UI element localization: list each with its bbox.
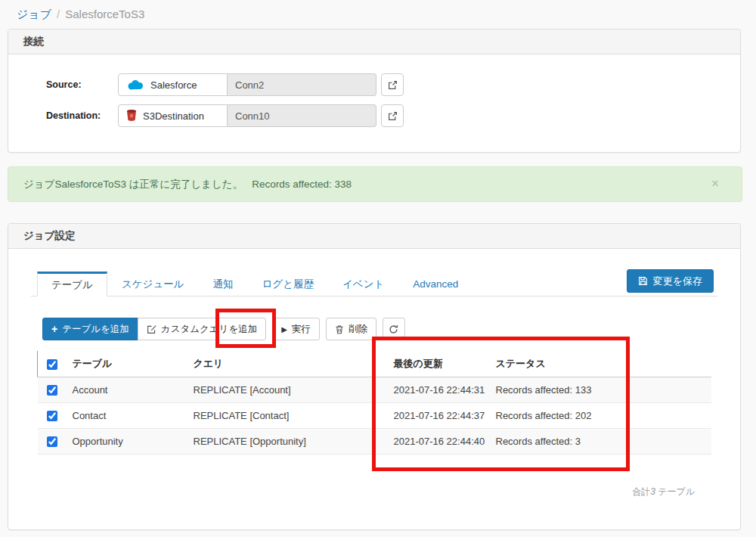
refresh-icon	[389, 324, 398, 334]
external-link-icon	[388, 80, 398, 90]
success-alert-text: ジョブSalesforceToS3 は正常に完了しました。Records aff…	[23, 167, 352, 201]
tables-table: テーブル クエリ 最後の更新 ステータス Account REPLICATE […	[37, 351, 711, 455]
destination-connection-input[interactable]	[228, 104, 376, 127]
tab-bar: テーブル スケジュール 通知 ログと履歴 イベント Advanced	[31, 271, 717, 296]
run-label: 実行	[292, 323, 311, 336]
destination-connection-group: S3Destination	[118, 104, 376, 127]
tab-logging[interactable]: ログと履歴	[248, 272, 328, 296]
tab-tables[interactable]: テーブル	[37, 272, 107, 296]
delete-label: 削除	[349, 323, 367, 336]
cell-last-update: 2021-07-16 22:44:40	[394, 429, 496, 455]
floppy-disk-icon	[638, 276, 648, 286]
tab-notify[interactable]: 通知	[199, 272, 248, 296]
cell-table-name: Opportunity	[73, 429, 194, 455]
total-suffix: テーブル	[655, 486, 695, 497]
source-connector-name: Salesforce	[150, 79, 197, 91]
col-header-last-update[interactable]: 最後の更新	[394, 351, 496, 377]
cell-last-update: 2021-07-16 22:44:37	[394, 403, 496, 429]
row-checkbox[interactable]	[47, 385, 57, 396]
success-alert-message: ジョブSalesforceToS3 は正常に完了しました。	[23, 178, 243, 190]
save-changes-label: 変更を保存	[653, 275, 702, 288]
col-header-table[interactable]: テーブル	[73, 351, 194, 377]
cell-query: REPLICATE [Opportunity]	[194, 429, 394, 455]
table-total-count: 合計3 テーブル	[632, 486, 695, 498]
breadcrumb-separator: /	[57, 8, 60, 20]
cell-status: Records affected: 133	[496, 377, 712, 403]
tab-advanced[interactable]: Advanced	[398, 272, 472, 296]
source-connection-group: Salesforce	[118, 73, 376, 96]
cell-last-update: 2021-07-16 22:44:31	[394, 377, 496, 403]
table-row[interactable]: Contact REPLICATE [Contact] 2021-07-16 2…	[38, 403, 712, 429]
destination-connection-row: Destination: S3Destination	[8, 104, 740, 127]
connection-panel: 接続 Source: Salesforce Destination:	[8, 29, 741, 153]
select-all-checkbox[interactable]	[47, 359, 57, 370]
cell-query: REPLICATE [Account]	[194, 377, 394, 403]
breadcrumb-jobs-link[interactable]: ジョブ	[17, 8, 51, 20]
success-alert-records: Records affected: 338	[252, 178, 352, 190]
tabs: テーブル スケジュール 通知 ログと履歴 イベント Advanced	[37, 272, 472, 296]
delete-button[interactable]: 削除	[326, 318, 376, 340]
table-header-row: テーブル クエリ 最後の更新 ステータス	[38, 351, 712, 377]
destination-connector-box: S3Destination	[118, 104, 228, 127]
source-connector-box: Salesforce	[118, 73, 228, 96]
salesforce-cloud-icon	[126, 79, 144, 91]
col-header-status[interactable]: ステータス	[496, 351, 712, 377]
breadcrumb-current: SalesforceToS3	[65, 8, 144, 20]
source-connection-input[interactable]	[228, 73, 376, 96]
source-open-connection-button[interactable]	[381, 73, 404, 96]
total-count: 3	[650, 486, 655, 497]
save-changes-button[interactable]: 変更を保存	[627, 269, 714, 293]
add-table-button[interactable]: + テーブルを追加	[42, 318, 138, 340]
refresh-button[interactable]	[383, 318, 405, 340]
alert-close-icon[interactable]: ×	[711, 177, 719, 190]
table-row[interactable]: Opportunity REPLICATE [Opportunity] 2021…	[38, 429, 712, 455]
add-custom-query-button[interactable]: カスタムクエリを追加	[138, 318, 266, 340]
pencil-square-icon	[147, 324, 156, 334]
row-checkbox[interactable]	[47, 436, 57, 447]
job-settings-panel: ジョブ設定 テーブル スケジュール 通知 ログと履歴 イベント Advanced…	[8, 223, 741, 530]
s3-bucket-icon	[126, 110, 137, 122]
col-header-query[interactable]: クエリ	[194, 351, 394, 377]
play-icon: ▶	[281, 325, 287, 334]
trash-icon	[335, 324, 344, 334]
cell-status: Records affected: 202	[496, 403, 712, 429]
table-toolbar: + テーブルを追加 カスタムクエリを追加 ▶ 実行 削除	[42, 318, 405, 340]
cell-status: Records affected: 3	[496, 429, 712, 455]
destination-open-connection-button[interactable]	[381, 104, 404, 127]
tables-table-wrap: テーブル クエリ 最後の更新 ステータス Account REPLICATE […	[37, 351, 711, 455]
success-alert: ジョブSalesforceToS3 は正常に完了しました。Records aff…	[8, 166, 742, 202]
add-table-label: テーブルを追加	[62, 323, 129, 336]
job-detail-page: ジョブ/SalesforceToS3 接続 Source: Salesforce	[0, 0, 756, 537]
total-prefix: 合計	[632, 486, 650, 497]
cell-table-name: Contact	[73, 403, 194, 429]
table-row[interactable]: Account REPLICATE [Account] 2021-07-16 2…	[38, 377, 712, 403]
row-checkbox[interactable]	[47, 411, 57, 421]
add-custom-query-label: カスタムクエリを追加	[161, 323, 257, 336]
source-connection-row: Source: Salesforce	[8, 73, 740, 96]
tab-events[interactable]: イベント	[328, 272, 398, 296]
connection-panel-title: 接続	[8, 29, 740, 54]
job-settings-title: ジョブ設定	[8, 224, 740, 249]
destination-connector-name: S3Destination	[143, 110, 204, 122]
run-button[interactable]: ▶ 実行	[272, 318, 320, 340]
external-link-icon	[388, 111, 398, 121]
cell-query: REPLICATE [Contact]	[194, 403, 394, 429]
destination-label: Destination:	[46, 110, 101, 121]
plus-icon: +	[51, 324, 57, 334]
source-label: Source:	[46, 79, 82, 90]
cell-table-name: Account	[73, 377, 194, 403]
tab-schedule[interactable]: スケジュール	[107, 272, 199, 296]
breadcrumb: ジョブ/SalesforceToS3	[17, 8, 144, 22]
